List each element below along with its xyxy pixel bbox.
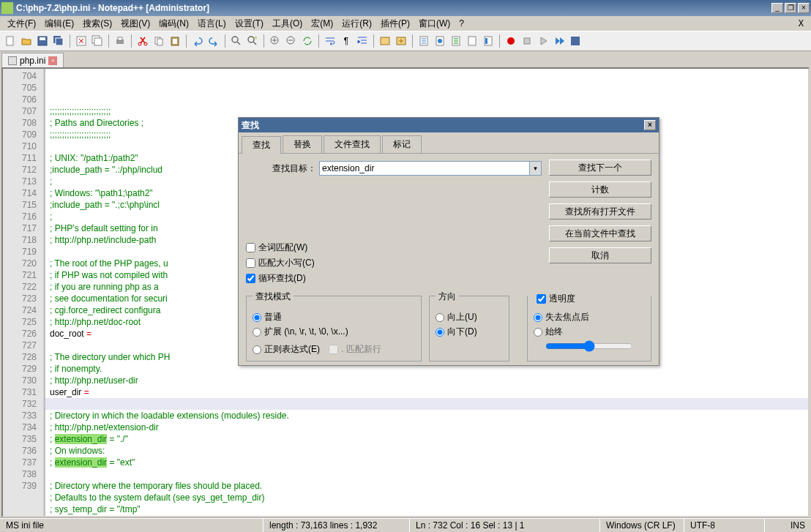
transparency-slider[interactable] <box>545 340 633 352</box>
svg-point-17 <box>248 37 254 42</box>
tab-find[interactable]: 查找 <box>242 136 281 154</box>
line-number-gutter: 7047057067077087097107117127137147157167… <box>3 69 45 516</box>
savemacro-icon[interactable] <box>568 34 583 48</box>
doc2-icon[interactable] <box>433 34 447 48</box>
menu-run[interactable]: 运行(R) <box>337 16 376 31</box>
menu-edit[interactable]: 编辑(E) <box>40 16 78 31</box>
count-button[interactable]: 计数 <box>549 181 651 198</box>
mode-normal-radio[interactable] <box>253 313 261 322</box>
menu-view[interactable]: 视图(V) <box>116 16 154 31</box>
new-icon[interactable] <box>3 34 18 48</box>
search-mode-group: 查找模式 <box>253 291 294 303</box>
open-icon[interactable] <box>19 34 34 48</box>
svg-point-11 <box>144 42 147 45</box>
direction-group: 方向 <box>436 291 459 303</box>
funclist-icon[interactable] <box>465 34 479 48</box>
menu-help[interactable]: ? <box>455 17 468 30</box>
save-icon[interactable] <box>35 34 50 48</box>
title-bar: C:\php-7.2\php.ini - Notepad++ [Administ… <box>0 0 811 16</box>
menu-encoding[interactable]: 编码(N) <box>154 16 193 31</box>
wrap-checkbox[interactable] <box>246 274 255 283</box>
trans-focus-radio[interactable] <box>534 313 542 322</box>
minimize-button[interactable]: _ <box>771 3 783 13</box>
svg-point-25 <box>438 39 442 43</box>
unfold-icon[interactable] <box>394 34 408 48</box>
menu-file[interactable]: 文件(F) <box>3 16 40 31</box>
find-next-button[interactable]: 查找下一个 <box>549 160 651 176</box>
doc3-icon[interactable] <box>449 34 463 48</box>
find-in-current-button[interactable]: 在当前文件中查找 <box>549 225 651 241</box>
zoomin-icon[interactable] <box>268 34 283 48</box>
whole-word-checkbox[interactable] <box>246 243 255 252</box>
status-bar: MS ini file length : 73,163 lines : 1,93… <box>0 517 811 532</box>
tab-label: php.ini <box>20 56 45 66</box>
trans-always-radio[interactable] <box>534 328 542 337</box>
menu-tools[interactable]: 工具(O) <box>268 16 307 31</box>
dir-up-radio[interactable] <box>436 313 444 322</box>
allchars-icon[interactable]: ¶ <box>339 34 354 48</box>
saveall-icon[interactable] <box>51 34 66 48</box>
close-icon[interactable] <box>74 34 89 48</box>
dialog-close-button[interactable]: × <box>644 120 656 130</box>
svg-rect-21 <box>381 37 389 45</box>
zoomout-icon[interactable] <box>284 34 299 48</box>
mode-extended-radio[interactable] <box>253 328 261 337</box>
tab-findinfiles[interactable]: 文件查找 <box>324 135 381 153</box>
svg-rect-9 <box>118 37 122 40</box>
dropdown-icon[interactable]: ▼ <box>530 161 542 176</box>
cancel-button[interactable]: 取消 <box>549 247 651 263</box>
file-icon <box>8 56 17 65</box>
play-icon[interactable] <box>536 34 550 48</box>
find-dialog: 查找 × 查找 替换 文件查找 标记 查找目标： ▼ 查找下一个 计数 查找所有… <box>238 117 659 366</box>
close-button[interactable]: × <box>798 3 810 13</box>
svg-rect-18 <box>254 37 257 39</box>
print-icon[interactable] <box>113 34 127 48</box>
docmap-icon[interactable] <box>481 34 496 48</box>
indent-icon[interactable] <box>355 34 370 48</box>
status-eol: Windows (CR LF) <box>600 519 684 532</box>
tab-replace[interactable]: 替换 <box>283 135 322 153</box>
mode-regex-radio[interactable] <box>253 345 261 354</box>
tab-close-icon[interactable]: × <box>48 56 57 65</box>
paste-icon[interactable] <box>168 34 182 48</box>
doc1-icon[interactable] <box>416 34 431 48</box>
menu-language[interactable]: 语言(L) <box>193 16 231 31</box>
closeall-icon[interactable] <box>90 34 105 48</box>
playmulti-icon[interactable] <box>552 34 567 48</box>
status-encoding: UTF-8 <box>684 519 765 532</box>
tab-mark[interactable]: 标记 <box>382 135 422 153</box>
file-tab[interactable]: php.ini × <box>1 53 64 67</box>
menu-plugins[interactable]: 插件(P) <box>376 16 414 31</box>
sync-icon[interactable] <box>300 34 315 48</box>
match-case-checkbox[interactable] <box>246 258 255 268</box>
stop-icon[interactable] <box>520 34 534 48</box>
menu-window[interactable]: 窗口(W) <box>414 16 455 31</box>
menu-settings[interactable]: 设置(T) <box>231 16 268 31</box>
dialog-title-bar[interactable]: 查找 × <box>239 118 659 132</box>
status-length: length : 73,163 lines : 1,932 <box>264 519 410 532</box>
redo-icon[interactable] <box>206 34 221 48</box>
find-icon[interactable] <box>229 34 244 48</box>
svg-rect-0 <box>7 37 13 45</box>
copy-icon[interactable] <box>152 34 166 48</box>
find-all-open-button[interactable]: 查找所有打开文件 <box>549 203 651 220</box>
cut-icon[interactable] <box>135 34 150 48</box>
svg-rect-29 <box>485 38 487 44</box>
svg-point-16 <box>232 37 238 42</box>
svg-rect-27 <box>468 37 476 45</box>
menu-macro[interactable]: 宏(M) <box>307 16 337 31</box>
maximize-button[interactable]: ❐ <box>785 3 796 13</box>
dir-down-radio[interactable] <box>436 328 444 337</box>
wordwrap-icon[interactable] <box>323 34 337 48</box>
transparency-checkbox[interactable] <box>537 294 546 304</box>
record-icon[interactable] <box>504 34 518 48</box>
replace-icon[interactable] <box>245 34 260 48</box>
status-language: MS ini file <box>0 519 264 532</box>
dialog-title: 查找 <box>242 119 643 132</box>
fold-icon[interactable] <box>378 34 392 48</box>
window-title: C:\php-7.2\php.ini - Notepad++ [Administ… <box>16 3 770 13</box>
menu-search[interactable]: 搜索(S) <box>78 16 116 31</box>
find-target-input[interactable] <box>319 161 530 176</box>
svg-rect-4 <box>56 38 63 45</box>
undo-icon[interactable] <box>190 34 205 48</box>
